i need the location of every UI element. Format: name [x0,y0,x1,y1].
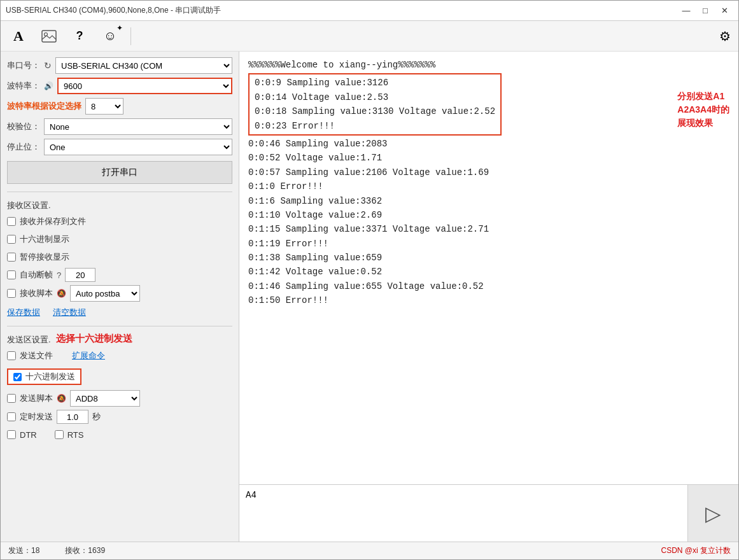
stop-bits-select[interactable]: One [44,139,232,155]
stop-bits-row: 停止位： One [7,138,232,156]
auto-frame-input[interactable]: 20 [65,268,95,282]
send-file-checkbox[interactable] [7,351,16,360]
receive-status: 接收：1639 [65,545,105,556]
data-bits-select[interactable]: 8 [85,98,123,115]
right-panel: %%%%%%Welcome to xiang--ying%%%%%%% 0:0:… [239,52,738,542]
send-input[interactable]: A4 [239,485,687,542]
open-port-button[interactable]: 打开串口 [7,161,232,184]
clear-data-button[interactable]: 清空数据 [53,307,86,318]
timed-send-label: 定时发送 [20,411,53,423]
send-section-title: 发送区设置. [7,334,51,346]
font-icon[interactable]: A [8,26,29,46]
port-select[interactable]: USB-SERIAL CH340 (COM [55,57,232,74]
save-data-button[interactable]: 保存数据 [7,307,40,318]
annotation-box: 分别发送A1 A2A3A4时的 展现效果 [677,90,729,130]
credit-text: CSDN @xi 复立计数 [661,545,731,556]
send-script-icon: 🔕 [57,394,66,403]
highlight-line-0: 0:0:9 Sampling value:3126 [255,76,495,90]
dtr-label: DTR [20,430,37,440]
close-button[interactable]: ✕ [715,4,733,18]
parity-label: 校验位： [7,121,40,132]
auto-frame-label: 自动断帧 [20,269,53,281]
send-script-label: 发送脚本 [20,393,53,404]
maximize-button[interactable]: □ [696,4,714,18]
send-section-row: 发送区设置. 选择十六进制发送 [7,332,232,346]
minimize-button[interactable]: — [677,4,695,18]
rts-checkbox[interactable] [55,430,64,439]
save-file-checkbox[interactable] [7,217,16,226]
timed-send-input[interactable] [57,410,88,424]
pause-receive-checkbox[interactable] [7,253,16,262]
gear-icon[interactable]: ⚙ [719,29,731,44]
help-icon[interactable]: ? [69,26,90,46]
dtr-checkbox[interactable] [7,430,16,439]
svg-rect-0 [42,31,56,42]
toolbar-divider [130,27,131,45]
highlighted-block: 0:0:9 Sampling value:3126 0:0:14 Voltage… [248,73,502,136]
send-script-select[interactable]: ADD8 [70,390,140,407]
action-links: 保存数据 清空数据 [7,307,232,318]
receive-count: 1639 [88,546,105,555]
hex-send-checkbox[interactable] [13,373,22,381]
normal-line-1: 0:0:52 Voltage value:1.71 [248,151,729,165]
extend-cmd-button[interactable]: 扩展命令 [72,350,105,361]
save-file-label: 接收并保存到文件 [20,216,86,227]
normal-line-11: 0:1:50 Error!!! [248,293,729,307]
rts-label: RTS [67,430,84,440]
timed-send-checkbox[interactable] [7,412,16,421]
hex-display-checkbox[interactable] [7,235,16,244]
annotation-line1: 分别发送A1 [677,90,729,103]
image-icon[interactable] [39,26,59,46]
receive-label: 接收： [65,546,88,555]
welcome-line: %%%%%%Welcome to xiang--ying%%%%%%% [248,58,729,72]
send-button[interactable]: ▷ [687,485,738,542]
normal-line-10: 0:1:46 Sampling value:655 Voltage value:… [248,279,729,293]
highlight-line-2: 0:0:18 Sampling value:3130 Voltage value… [255,104,495,118]
receive-script-row: 接收脚本 🔕 Auto postba [7,285,232,302]
baud-label: 波特率： [7,80,40,92]
auto-frame-checkbox[interactable] [7,270,16,279]
port-row: 串口号： ↻ USB-SERIAL CH340 (COM [7,57,232,74]
save-file-row: 接收并保存到文件 [7,214,232,229]
port-label: 串口号： [7,60,40,71]
send-file-row: 发送文件 扩展命令 [7,348,232,363]
normal-line-9: 0:1:42 Voltage value:0.52 [248,265,729,279]
receive-script-checkbox[interactable] [7,289,16,298]
baud-row: 波特率： 🔊 9600 [7,77,232,95]
refresh-icon[interactable]: ↻ [44,60,52,71]
baud-select[interactable]: 9600 [57,78,232,94]
parity-row: 校验位： None [7,118,232,136]
left-panel: 串口号： ↻ USB-SERIAL CH340 (COM 波特率： 🔊 9600… [1,52,239,542]
normal-line-7: 0:1:19 Error!!! [248,237,729,251]
divider1 [7,192,232,192]
hex-send-box: 十六进制发送 [7,368,81,385]
highlight-line-3: 0:0:23 Error!!! [255,119,495,133]
stop-bits-label: 停止位： [7,141,40,153]
pause-receive-label: 暂停接收显示 [20,251,69,263]
send-status: 发送：18 [8,545,39,556]
normal-line-3: 0:1:0 Error!!! [248,179,729,193]
auto-frame-row: 自动断帧 ? 20 [7,267,232,283]
svg-point-1 [45,32,48,36]
script-icon: 🔕 [57,289,66,298]
baud-icon: 🔊 [44,81,53,90]
window-title: USB-SERIAL CH340 (COM4),9600,None,8,One … [6,5,221,16]
parity-select[interactable]: None [44,118,232,135]
normal-line-4: 0:1:6 Sampling value:3362 [248,194,729,208]
divider2 [7,326,232,326]
send-file-label: 发送文件 [20,350,53,361]
main-content: 串口号： ↻ USB-SERIAL CH340 (COM 波特率： 🔊 9600… [1,52,738,542]
normal-line-5: 0:1:10 Voltage value:2.69 [248,208,729,222]
send-script-checkbox[interactable] [7,394,16,403]
highlight-line-1: 0:0:14 Voltage value:2.53 [255,90,495,104]
status-bar: 发送：18 接收：1639 CSDN @xi 复立计数 [1,542,738,559]
normal-line-0: 0:0:46 Sampling value:2083 [248,137,729,151]
toolbar: A ? ☺✦ ⚙ [1,21,738,52]
input-area: A4 ▷ [239,484,738,542]
script-select[interactable]: Auto postba [70,285,140,302]
auto-frame-question: ? [57,270,61,280]
send-arrow-icon: ▷ [705,501,721,526]
send-script-row: 发送脚本 🔕 ADD8 [7,390,232,407]
emoji-icon[interactable]: ☺✦ [100,26,120,46]
send-count: 18 [31,546,39,555]
